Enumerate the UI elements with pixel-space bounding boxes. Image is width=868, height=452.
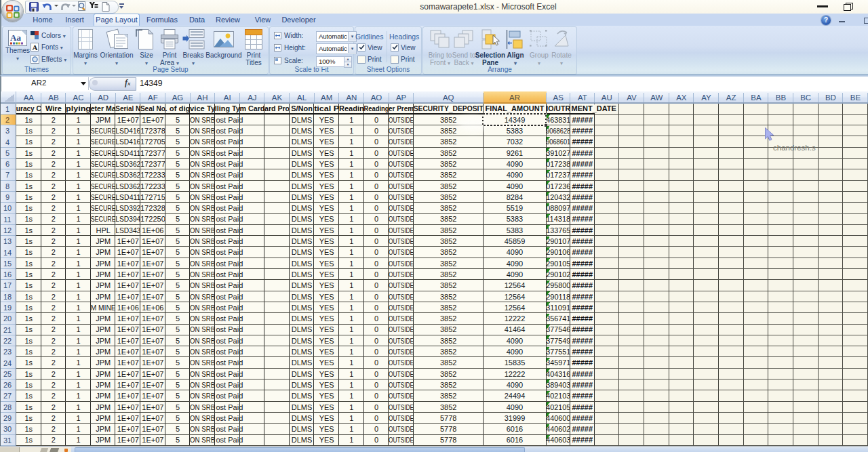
svg-text:ON SRB: ON SRB [190,293,215,301]
svg-text:#####: ##### [572,370,593,378]
svg-text:31999: 31999 [505,414,526,422]
svg-text:7: 7 [5,171,9,179]
svg-text:172328: 172328 [140,204,165,212]
svg-text:ost Paid: ost Paid [216,193,243,201]
svg-text:0: 0 [374,127,378,135]
svg-text:1E+07: 1E+07 [142,436,163,444]
svg-text:OUTSIDE: OUTSIDE [389,193,414,201]
svg-text:3852: 3852 [440,370,456,378]
svg-text:2: 2 [52,149,56,157]
svg-text:ost Paid: ost Paid [216,270,243,279]
svg-text:1: 1 [76,182,80,190]
svg-text:295800: 295800 [546,281,570,289]
svg-text:1s: 1s [24,348,33,356]
svg-text:6016: 6016 [507,436,523,444]
svg-text:ost Paid: ost Paid [216,358,243,367]
svg-text:#####: ##### [572,403,593,411]
svg-text:ost Paid: ost Paid [216,116,243,124]
svg-text:ost Paid: ost Paid [216,314,243,323]
svg-text:ON SRB: ON SRB [190,226,215,234]
svg-text:lling Ty: lling Ty [215,104,241,112]
svg-text:1E+07: 1E+07 [142,248,163,256]
svg-text:3852: 3852 [440,304,456,312]
svg-text:OUTSIDE: OUTSIDE [389,304,414,312]
svg-text:1E+07: 1E+07 [117,248,139,256]
svg-text:Serial N: Serial N [115,104,140,112]
svg-text:4090: 4090 [507,403,523,411]
svg-text:MENT_DATE: MENT_DATE [572,104,616,112]
svg-text:JPM: JPM [96,414,111,422]
svg-text:YES: YES [319,160,334,168]
svg-text:DLMS: DLMS [292,414,313,422]
svg-text:16: 16 [3,270,12,279]
svg-text:YES: YES [319,403,334,411]
svg-text:3852: 3852 [440,182,456,190]
svg-text:2: 2 [52,248,56,256]
svg-text:Seal No: Seal No [140,104,165,112]
svg-text:3852: 3852 [440,248,456,256]
svg-text:OUTSIDE: OUTSIDE [389,436,414,444]
svg-text:1: 1 [76,414,80,422]
svg-text:440600: 440600 [546,414,570,422]
svg-text:1s: 1s [24,381,33,389]
svg-text:1: 1 [5,105,9,113]
svg-text:2: 2 [52,381,56,389]
svg-text:6: 6 [5,160,9,168]
svg-text:28: 28 [3,403,12,411]
svg-text:3852: 3852 [440,160,456,168]
svg-text:5: 5 [176,381,180,389]
svg-text:1: 1 [349,314,353,323]
svg-text:1E+07: 1E+07 [117,337,139,345]
svg-text:SECURE: SECURE [91,149,116,157]
svg-text:OUTSIDE: OUTSIDE [389,149,414,157]
svg-text:391027: 391027 [546,149,570,157]
svg-text:0: 0 [374,304,378,312]
svg-text:5: 5 [176,182,180,190]
svg-text:OUTSIDE: OUTSIDE [389,281,414,289]
svg-text:5: 5 [176,304,180,312]
svg-text:JPM: JPM [96,116,111,124]
svg-text:0: 0 [374,414,378,422]
svg-text:1E+07: 1E+07 [117,414,139,422]
svg-text:OUTSIDE: OUTSIDE [389,160,414,168]
svg-text:1E+07: 1E+07 [142,270,163,279]
svg-text:1: 1 [76,392,80,400]
svg-text:1s: 1s [24,425,33,433]
svg-text:YES: YES [319,260,334,268]
svg-text:1E+07: 1E+07 [142,314,163,323]
svg-text:#####: ##### [572,226,593,234]
svg-text:1: 1 [76,149,80,157]
svg-text:5: 5 [176,226,180,234]
svg-text:#####: ##### [572,237,593,245]
svg-text:#####: ##### [572,160,593,168]
svg-text:1s: 1s [24,392,33,400]
svg-text:1: 1 [76,304,80,312]
svg-text:0: 0 [374,281,378,289]
svg-text:0: 0 [374,270,378,279]
svg-text:ost Paid: ost Paid [216,281,243,289]
svg-text:4090: 4090 [507,160,523,168]
svg-text:23: 23 [3,348,12,356]
svg-text:2: 2 [52,182,56,190]
svg-text:0: 0 [374,204,378,212]
svg-text:1: 1 [76,215,80,223]
svg-text:ost Paid: ost Paid [216,414,243,422]
svg-text:3852: 3852 [440,127,456,135]
svg-text:plying: plying [66,104,91,112]
svg-text:120432: 120432 [546,193,570,201]
svg-text:#####: ##### [572,358,593,367]
svg-text:1: 1 [349,182,353,190]
svg-text:ost Paid: ost Paid [216,370,243,378]
svg-text:1: 1 [349,325,353,333]
svg-text:0: 0 [374,436,378,444]
svg-text:Reading: Reading [364,104,389,112]
svg-text:1: 1 [76,358,80,367]
svg-text:2: 2 [52,237,56,245]
svg-text:#####: ##### [572,436,593,444]
svg-text:OUTSIDE: OUTSIDE [389,348,414,356]
svg-text:1: 1 [76,337,80,345]
svg-text:1: 1 [349,381,353,389]
svg-text:OUTSIDE: OUTSIDE [389,116,414,124]
svg-text:#####: ##### [572,425,593,433]
svg-text:3852: 3852 [440,237,456,245]
